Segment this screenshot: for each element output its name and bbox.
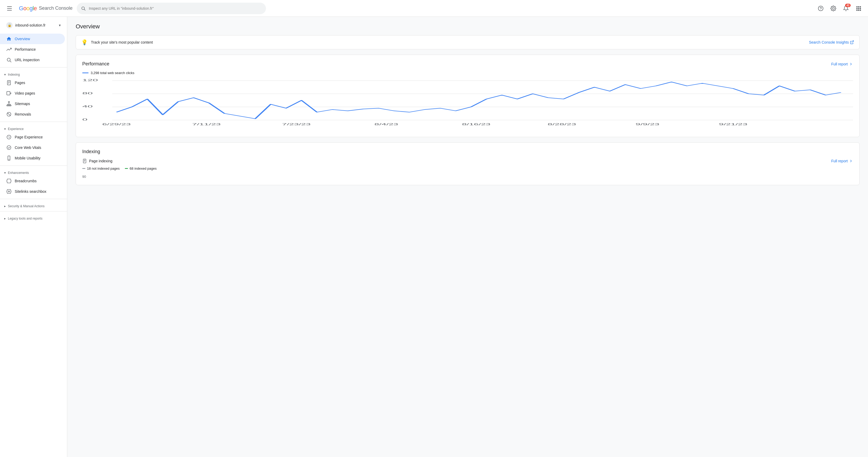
svg-rect-11	[858, 9, 859, 11]
sidebar-item-url-inspection[interactable]: URL inspection	[0, 55, 65, 65]
svg-rect-4	[857, 6, 858, 7]
sidebar-item-pages[interactable]: Pages	[0, 77, 65, 88]
svg-line-1	[84, 9, 85, 10]
svg-rect-22	[7, 105, 8, 106]
svg-rect-23	[8, 105, 10, 106]
page-experience-icon	[6, 134, 11, 140]
insight-text: Track your site's most popular content	[91, 40, 809, 44]
video-icon	[6, 91, 11, 96]
search-bar[interactable]	[77, 3, 266, 14]
url-inspection-icon	[6, 57, 11, 63]
sidebar-label-performance: Performance	[15, 47, 36, 52]
logo-area: Google Search Console	[19, 5, 72, 12]
insight-link-text: Search Console Insights	[809, 40, 849, 44]
help-button[interactable]	[815, 3, 826, 14]
svg-text:40: 40	[82, 105, 93, 108]
svg-text:8/16/23: 8/16/23	[462, 123, 491, 126]
sidebar-item-page-experience[interactable]: Page Experience	[0, 132, 65, 142]
menu-button[interactable]	[4, 3, 15, 14]
sidebar-section-experience[interactable]: ▾ Experience	[0, 124, 67, 132]
collapse-experience-icon: ▾	[4, 127, 6, 131]
section-label-experience: Experience	[8, 127, 24, 131]
sidebar-section-enhancements[interactable]: ▾ Enhancements	[0, 168, 67, 176]
settings-button[interactable]	[828, 3, 839, 14]
chevron-right-icon	[849, 62, 853, 66]
svg-point-33	[7, 146, 11, 150]
sidebar-label-page-experience: Page Experience	[15, 135, 43, 139]
performance-legend-label: 3,298 total web search clicks	[91, 71, 134, 75]
sidebar-item-mobile-usability[interactable]: Mobile Usability	[0, 153, 65, 163]
insight-banner: 💡 Track your site's most popular content…	[76, 35, 860, 50]
content-area: Overview 💡 Track your site's most popula…	[67, 17, 868, 457]
removals-icon	[6, 111, 11, 117]
apps-button[interactable]	[853, 3, 864, 14]
svg-marker-37	[7, 190, 11, 194]
sidebar-item-video-pages[interactable]: Video pages	[0, 88, 65, 98]
notifications-button[interactable]: 43	[841, 3, 851, 14]
sidebar-label-sitelinks-searchbox: Sitelinks searchbox	[15, 189, 46, 194]
property-selector[interactable]: 🔒 inbound-solution.fr ▾	[2, 20, 65, 33]
indexed-dot	[125, 168, 128, 169]
main-layout: 🔒 inbound-solution.fr ▾ Overview Perform…	[0, 17, 868, 457]
sidebar-item-sitelinks-searchbox[interactable]: Sitelinks searchbox	[0, 186, 65, 197]
svg-text:8/4/23: 8/4/23	[374, 123, 398, 126]
sitemaps-icon	[6, 101, 11, 106]
svg-text:9/21/23: 9/21/23	[719, 123, 747, 126]
svg-line-14	[10, 61, 11, 62]
svg-text:8/28/23: 8/28/23	[548, 123, 576, 126]
search-console-insights-link[interactable]: Search Console Insights	[809, 40, 854, 44]
sidebar-section-legacy[interactable]: ▸ Legacy tools and reports	[0, 214, 67, 221]
collapse-icon: ▾	[4, 73, 6, 76]
sidebar: 🔒 inbound-solution.fr ▾ Overview Perform…	[0, 17, 67, 457]
indexing-chevron-right-icon	[849, 159, 853, 163]
svg-point-38	[8, 191, 10, 192]
performance-full-report-link[interactable]: Full report	[831, 62, 853, 66]
performance-icon	[6, 47, 11, 52]
svg-text:7/11/23: 7/11/23	[192, 123, 221, 126]
notification-badge: 43	[845, 4, 851, 7]
search-input[interactable]	[89, 6, 262, 10]
sidebar-item-breadcrumbs[interactable]: Breadcrumbs	[0, 176, 65, 186]
not-indexed-legend: 18 not indexed pages	[82, 166, 120, 170]
svg-rect-21	[8, 102, 10, 102]
page-indexing-icon	[82, 159, 87, 163]
sidebar-item-sitemaps[interactable]: Sitemaps	[0, 98, 65, 109]
indexing-card-header: Indexing	[82, 149, 853, 155]
performance-chart-svg: 120 80 40 0 6/29/23 7/11/23 7/23/23 8/4	[82, 78, 853, 131]
dropdown-arrow-icon: ▾	[59, 23, 61, 27]
performance-card: Performance Full report 3,298 total web …	[76, 55, 860, 137]
performance-chart: 120 80 40 0 6/29/23 7/11/23 7/23/23 8/4	[82, 78, 853, 131]
topbar-actions: 43	[815, 3, 864, 14]
indexing-chart-y-start: 90	[82, 172, 853, 178]
indexing-full-report-link[interactable]: Full report	[831, 159, 853, 163]
sidebar-item-removals[interactable]: Removals	[0, 109, 65, 120]
sidebar-item-core-web-vitals[interactable]: Core Web Vitals	[0, 142, 65, 153]
sidebar-label-sitemaps: Sitemaps	[15, 102, 30, 106]
lightbulb-icon: 💡	[81, 39, 88, 45]
svg-text:6/29/23: 6/29/23	[102, 123, 131, 126]
svg-rect-8	[858, 8, 859, 9]
sidebar-label-overview: Overview	[15, 37, 30, 41]
performance-legend: 3,298 total web search clicks	[82, 71, 853, 75]
sidebar-section-security[interactable]: ▸ Security & Manual Actions	[0, 201, 67, 209]
hamburger-icon	[7, 6, 12, 10]
sidebar-item-performance[interactable]: Performance	[0, 44, 65, 55]
section-label-legacy: Legacy tools and reports	[8, 217, 42, 220]
indexing-legend: 18 not indexed pages 68 indexed pages	[82, 166, 853, 170]
sidebar-item-overview[interactable]: Overview	[0, 34, 65, 44]
svg-rect-19	[7, 91, 10, 95]
svg-rect-7	[857, 8, 858, 9]
performance-legend-line	[82, 72, 89, 73]
svg-rect-6	[860, 6, 861, 7]
external-link-icon	[850, 40, 854, 44]
svg-text:80: 80	[82, 92, 93, 95]
not-indexed-dot	[82, 168, 85, 169]
sidebar-label-breadcrumbs: Breadcrumbs	[15, 179, 36, 183]
product-name: Search Console	[39, 5, 72, 11]
section-label-indexing: Indexing	[8, 73, 20, 76]
sidebar-section-indexing[interactable]: ▾ Indexing	[0, 70, 67, 77]
svg-point-3	[820, 9, 821, 10]
sidebar-label-url-inspection: URL inspection	[15, 58, 39, 62]
sidebar-label-removals: Removals	[15, 112, 31, 116]
page-title: Overview	[76, 23, 860, 30]
